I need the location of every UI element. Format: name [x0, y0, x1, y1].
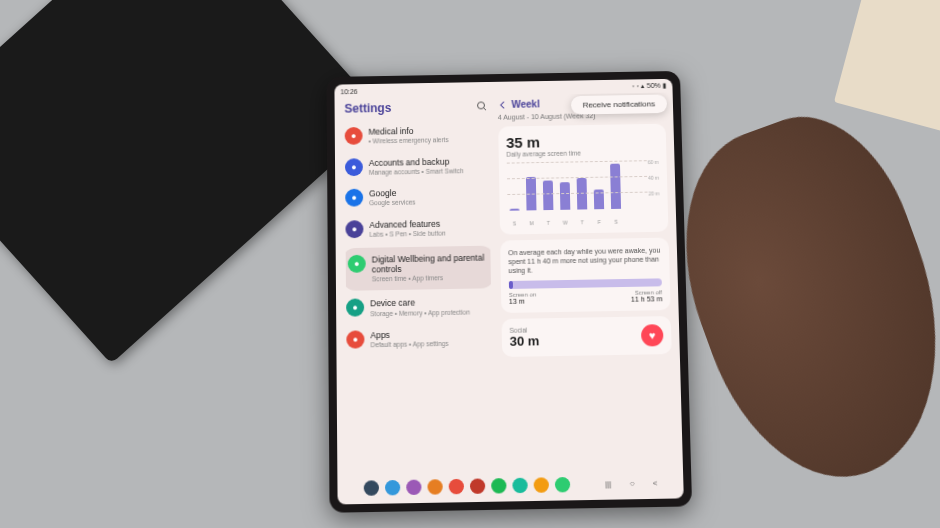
screen-on-block: Screen on 13 m — [509, 292, 537, 305]
dock-app-6[interactable] — [491, 478, 506, 494]
settings-item-3[interactable]: ● Advanced featuresLabs • S Pen • Side b… — [345, 212, 490, 246]
settings-item-0[interactable]: ● Medical info• Wireless emergency alert… — [345, 119, 489, 152]
average-text: On average each day while you were awake… — [508, 246, 662, 276]
settings-list: ● Medical info• Wireless emergency alert… — [345, 119, 495, 504]
screen-time-label: Daily average screen time — [506, 148, 658, 157]
dock-app-0[interactable] — [363, 480, 378, 496]
chart-bar — [509, 209, 519, 211]
usage-bar — [509, 279, 662, 290]
settings-item-icon: ● — [348, 254, 366, 272]
social-card[interactable]: Social 30 m ♥ — [501, 316, 672, 357]
dock-app-2[interactable] — [406, 479, 421, 495]
wooden-block — [834, 0, 940, 133]
settings-item-icon: ● — [345, 189, 363, 207]
category-value: 30 m — [510, 334, 540, 350]
nav-bar: ||| ○ < — [605, 478, 658, 488]
dock-app-4[interactable] — [448, 478, 463, 494]
settings-item-2[interactable]: ● GoogleGoogle services — [345, 181, 489, 215]
dock-app-8[interactable] — [533, 477, 548, 493]
status-battery: ◦ ◦ ▴ 50% ▮ — [632, 82, 667, 90]
weekly-bar-chart: 20 m40 m60 m — [507, 161, 661, 221]
settings-item-1[interactable]: ● Accounts and backupManage accounts • S… — [345, 150, 489, 183]
search-icon[interactable] — [476, 100, 488, 112]
dock-app-9[interactable] — [554, 476, 569, 492]
settings-item-6[interactable]: ● AppsDefault apps • App settings — [346, 322, 492, 356]
status-time: 10:26 — [340, 88, 357, 95]
settings-title: Settings — [344, 101, 391, 115]
svg-line-1 — [483, 108, 486, 110]
dock-app-3[interactable] — [427, 479, 442, 495]
settings-pane: Settings ● Medical info• Wireless emerge… — [335, 95, 501, 504]
nav-recents[interactable]: ||| — [605, 479, 612, 488]
nav-back[interactable]: < — [653, 478, 658, 487]
settings-item-icon: ● — [345, 127, 363, 145]
settings-item-5[interactable]: ● Device careStorage • Memory • App prot… — [346, 291, 491, 325]
back-icon[interactable] — [497, 100, 507, 110]
settings-item-icon: ● — [345, 158, 363, 176]
chart-bar — [560, 182, 571, 210]
screen-off-block: Screen off 11 h 53 m — [631, 290, 662, 303]
dock-app-5[interactable] — [469, 478, 484, 494]
settings-item-icon: ● — [346, 299, 364, 317]
settings-item-icon: ● — [346, 330, 364, 348]
device-frame: 10:26 ◦ ◦ ▴ 50% ▮ Settings ● Medical inf… — [326, 71, 692, 513]
page-title: Weekl — [511, 99, 540, 110]
wellbeing-pane: Weekl Receive notifications 4 August - 1… — [493, 92, 683, 501]
chart-bar — [543, 180, 554, 210]
settings-item-4[interactable]: ● Digital Wellbeing and parental control… — [345, 245, 495, 291]
heart-icon: ♥ — [641, 324, 664, 346]
settings-item-icon: ● — [345, 220, 363, 238]
taskbar: ||| ○ < — [337, 466, 683, 505]
chart-bar — [610, 163, 621, 209]
screen-time-card[interactable]: 35 m Daily average screen time 20 m40 m6… — [498, 124, 669, 235]
svg-point-0 — [477, 102, 484, 109]
screen: 10:26 ◦ ◦ ▴ 50% ▮ Settings ● Medical inf… — [334, 79, 683, 505]
dock-app-7[interactable] — [512, 477, 527, 493]
dock-app-1[interactable] — [385, 479, 400, 495]
nav-home[interactable]: ○ — [630, 478, 635, 487]
menu-popup-receive-notifications[interactable]: Receive notifications — [570, 94, 667, 114]
average-card[interactable]: On average each day while you were awake… — [500, 238, 671, 314]
